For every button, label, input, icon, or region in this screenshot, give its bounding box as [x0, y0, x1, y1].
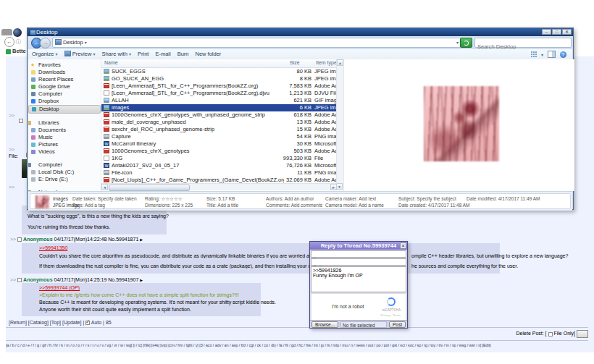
organize-button[interactable]: Organize ▾ [32, 51, 58, 57]
details-rating[interactable]: Rating: ☆☆☆☆☆Dimensions: 225 x 225 [145, 195, 193, 208]
file-row[interactable]: male_del_coverage_unphased13 KBAdobe Acr… [101, 119, 343, 126]
sidebar-item-e-drive[interactable]: E: Drive (E:) [28, 176, 101, 183]
views-dropdown-icon[interactable]: ▾ [541, 52, 543, 57]
vertical-scrollbar[interactable]: ▲ ▼ [336, 59, 343, 190]
scroll-right-icon[interactable]: ► [330, 184, 337, 190]
file-row[interactable]: [Leen_Ammeraal]_STL_for_C++_Programmers(… [101, 90, 343, 97]
help-icon[interactable]: ? [560, 51, 566, 58]
breadcrumb-location[interactable]: Desktop [63, 39, 83, 46]
post-hide-arrows[interactable]: >> [9, 113, 14, 118]
bookmark-label[interactable]: Bette [12, 48, 27, 54]
file-row[interactable]: 1KG993,330 KBFile [101, 155, 343, 162]
sidebar-item-videos[interactable]: Videos [28, 148, 101, 156]
quote-link[interactable]: >>59941350 [39, 245, 67, 250]
auto-update-checkbox[interactable] [85, 321, 90, 325]
site-info-icon[interactable]: ⓘ [16, 38, 21, 46]
file-row[interactable]: SUCK_EGGS80 KBJPEG image [101, 68, 343, 75]
post-checkbox[interactable] [17, 278, 22, 282]
new-folder-button[interactable]: New folder [196, 51, 222, 57]
file-row[interactable]: GO_SUCK_AN_EGG8 KBJPEG image [101, 75, 343, 82]
post-number[interactable]: No.59941907 [108, 277, 138, 282]
close-icon[interactable]: ✕ [400, 242, 406, 249]
share-with-button[interactable]: Share with ▾ [101, 51, 131, 57]
delete-button[interactable] [577, 330, 588, 338]
update-link[interactable]: [Update] [62, 320, 81, 325]
scroll-up-icon[interactable]: ▲ [337, 59, 343, 66]
maximize-button[interactable]: □ [552, 29, 561, 35]
scroll-left-icon[interactable]: ◄ [101, 184, 108, 190]
column-header-size[interactable]: Size [290, 60, 300, 65]
browser-tab-stub[interactable] [1, 29, 12, 35]
sidebar-item-dropbox[interactable]: Dropbox [28, 98, 101, 105]
sidebar-item-google-drive[interactable]: Google Drive [28, 83, 101, 90]
post-hide-arrows[interactable]: >> [9, 185, 14, 190]
details-date-taken[interactable]: Date taken: Specify date takenTags: Add … [72, 195, 137, 208]
details-subject-created[interactable]: Subject: Specify the subjectDate created… [398, 195, 470, 208]
top-link[interactable]: [Top] [50, 320, 61, 325]
preview-button[interactable]: Preview ▾ [64, 51, 96, 57]
burn-button[interactable]: Burn [177, 51, 189, 57]
preview-pane-icon[interactable] [548, 51, 556, 58]
file-row-selected[interactable]: images6 KBJPEG image [101, 104, 343, 111]
file-row[interactable]: Antaki2017_SV2_04_05_1776,726 KBMicrosof… [101, 162, 343, 169]
reply-popup-title-bar[interactable]: Reply to Thread No.59939744 [310, 242, 407, 250]
sidebar-item-pictures[interactable]: Pictures [28, 141, 101, 148]
sidebar-item-libraries[interactable]: Libraries [28, 119, 101, 127]
details-size-title[interactable]: Size: 5.17 KBTitle: Add a title [206, 195, 238, 208]
details-authors-comments[interactable]: Authors: Add an authorComments: Add comm… [266, 195, 322, 208]
catalog-link[interactable]: [Catalog] [28, 320, 49, 325]
browse-button[interactable]: Browse... [311, 321, 338, 328]
post-number[interactable]: No.59941871 [108, 237, 138, 242]
recaptcha-terms-link[interactable]: Privacy - Terms [381, 313, 401, 317]
sidebar-item-recent-places[interactable]: Recent Places [28, 76, 101, 83]
post-hide-arrows[interactable]: >> [10, 277, 16, 282]
scroll-down-icon[interactable]: ▼ [336, 183, 343, 190]
sidebar-item-computer[interactable]: Computer [28, 90, 101, 98]
forward-button[interactable]: → [40, 38, 51, 48]
return-link[interactable]: [Return] [9, 320, 27, 325]
sidebar-item-desktop[interactable]: Desktop [28, 105, 101, 114]
print-button[interactable]: Print [138, 51, 148, 57]
post-hide-arrows[interactable]: >> [9, 147, 14, 152]
sidebar-item-local-disk-c[interactable]: Local Disk (C:) [28, 169, 101, 176]
browser-back-button[interactable]: ← [4, 37, 14, 47]
file-row[interactable]: McCarroll Itinerary30 KBMicrosoft Word [101, 140, 343, 148]
breadcrumb[interactable]: Desktop ▾ ▾ [52, 38, 461, 48]
breadcrumb-dropdown-icon[interactable]: ▾ [85, 41, 87, 45]
file-row[interactable]: 1000Genomes_chrX_genotypes_with_unphased… [101, 111, 343, 119]
comment-textarea[interactable]: >>59941826 Funny Enough I'm OP [311, 266, 406, 292]
post-menu-icon[interactable]: ▶ [140, 278, 143, 282]
sidebar-item-music[interactable]: Music [28, 134, 101, 141]
close-button[interactable]: ✕ [562, 29, 572, 35]
post-menu-icon[interactable]: ▶ [140, 237, 143, 242]
file-row[interactable]: Capture54 KBPNG image [101, 133, 343, 140]
views-icon[interactable] [531, 51, 537, 57]
title-bar[interactable]: Desktop – □ ✕ [28, 28, 573, 36]
quote-link[interactable]: >>59939744 (OP) [39, 285, 80, 290]
firefox-logo-icon[interactable] [13, 28, 22, 37]
horizontal-scrollbar[interactable]: ◄ ► [101, 183, 337, 190]
file-row[interactable]: File-icon11 KBPNG image [101, 169, 343, 177]
scrollbar-thumb[interactable] [109, 185, 190, 191]
captcha-widget[interactable]: I'm not a robot reCAPTCHA Privacy - Term… [311, 293, 406, 321]
column-header-type[interactable]: Item type [316, 60, 337, 65]
email-button[interactable]: E-mail [155, 51, 170, 57]
details-camera[interactable]: Camera maker: Add textCamera model: Add … [325, 195, 384, 208]
refresh-button[interactable] [460, 38, 472, 48]
post-checkbox[interactable] [19, 119, 23, 123]
board-list[interactable]: [a / b / c / d / e / f / g / gif / h / h… [6, 343, 588, 347]
post-checkbox[interactable] [17, 237, 22, 242]
column-header-name[interactable]: Name [104, 60, 118, 65]
file-row[interactable]: ALLAH621 KBGIF image [101, 97, 343, 104]
file-row[interactable]: 1000Genomes_chrX_genotypes503 KBAdobe Ac… [101, 148, 343, 155]
file-only-checkbox[interactable] [548, 332, 553, 337]
minimize-button[interactable]: – [542, 29, 551, 35]
address-history-dropdown-icon[interactable]: ▾ [456, 38, 459, 47]
sidebar-item-favorites[interactable]: ★Favorites [28, 62, 101, 69]
sidebar-item-computer[interactable]: Computer [28, 161, 101, 169]
post-button[interactable]: Post [389, 321, 406, 328]
post-hide-arrows[interactable]: >> [10, 237, 16, 242]
file-row[interactable]: [Leen_Ammeraal]_STL_for_C++_Programmers(… [101, 82, 343, 90]
file-row[interactable]: sexchr_del_ROC_unphased_genome-strip15 K… [101, 126, 343, 133]
sidebar-item-downloads[interactable]: Downloads [28, 69, 101, 76]
